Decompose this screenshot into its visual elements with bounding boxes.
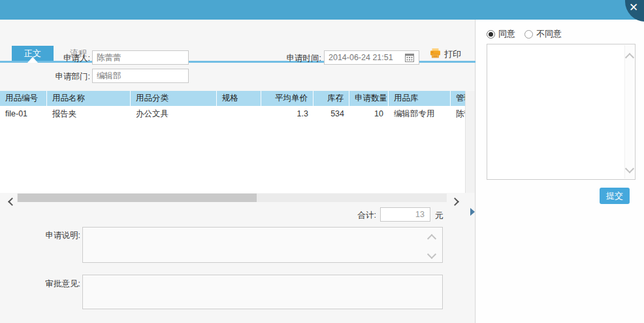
cell-category: 办公文具 [131,106,217,122]
col-apply-qty[interactable]: 申请数量 [349,91,389,106]
col-manager[interactable]: 管理员 [451,91,465,106]
table-vertical-scrollbar[interactable] [465,91,475,193]
print-button[interactable]: 打印 [430,48,461,61]
approval-textarea[interactable] [82,275,443,309]
supplies-table: 用品编号 用品名称 用品分类 规格 平均单价 库存 申请数量 用品库 管理员 f… [0,91,465,193]
comment-scrollbar[interactable] [624,45,634,178]
submit-button[interactable]: 提交 [600,188,630,204]
total-label: 合计: [340,210,376,221]
comment-textarea[interactable] [487,44,636,180]
col-category[interactable]: 用品分类 [131,91,217,106]
col-item-name[interactable]: 用品名称 [47,91,131,106]
print-label: 打印 [444,48,461,60]
col-store[interactable]: 用品库 [389,91,451,106]
apply-time-label: 申请时间: [257,53,321,64]
hscroll-thumb[interactable] [18,194,257,202]
cell-item-code: file-01 [0,106,47,122]
description-label: 申请说明: [26,230,80,241]
document-panel: 正文 流程 打印 申请人: 申请时间: 申请部门: [0,20,475,323]
comment-scroll-up-icon[interactable] [626,52,633,63]
description-scroll-down-icon[interactable] [428,248,435,260]
hscroll-right-arrow[interactable] [452,196,458,207]
collapse-panel-handle[interactable] [470,208,475,216]
cell-stock: 534 [314,106,349,122]
total-input[interactable] [380,207,430,222]
cell-item-name: 报告夹 [47,106,131,122]
cell-avg-price: 1.3 [261,106,314,122]
cell-manager: 陈蕾蕾 [451,106,465,122]
hscroll-left-arrow[interactable] [9,196,15,207]
disagree-label[interactable]: 不同意 [536,28,562,40]
agree-label[interactable]: 同意 [498,28,515,40]
description-scroll-up-icon[interactable] [428,233,435,245]
department-label: 申请部门: [26,71,90,82]
printer-icon [430,48,441,61]
comment-scroll-down-icon[interactable] [626,163,633,175]
cell-spec [217,106,261,122]
department-input[interactable] [92,69,189,83]
applicant-input[interactable] [92,50,189,65]
table-header-row: 用品编号 用品名称 用品分类 规格 平均单价 库存 申请数量 用品库 管理员 [0,91,465,106]
close-icon: ✕ [629,2,638,13]
col-avg-price[interactable]: 平均单价 [261,91,314,106]
approval-panel: 同意 不同意 提交 [476,20,644,323]
table-row[interactable]: file-01 报告夹 办公文具 1.3 534 10 编辑部专用 陈蕾蕾 [0,106,465,122]
active-tab-notch [27,57,38,63]
col-spec[interactable]: 规格 [217,91,261,106]
cell-apply-qty: 10 [349,106,389,122]
calendar-icon[interactable] [405,53,414,62]
decision-radio-group: 同意 不同意 [487,28,562,40]
approval-label: 审批意见: [26,279,80,290]
total-unit: 元 [435,210,443,222]
disagree-radio[interactable] [524,30,533,39]
description-textarea[interactable] [82,227,443,263]
cell-store: 编辑部专用 [389,106,451,122]
col-stock[interactable]: 库存 [314,91,349,106]
dialog-titlebar [0,0,644,20]
col-item-code[interactable]: 用品编号 [0,91,47,106]
agree-radio[interactable] [487,30,495,39]
